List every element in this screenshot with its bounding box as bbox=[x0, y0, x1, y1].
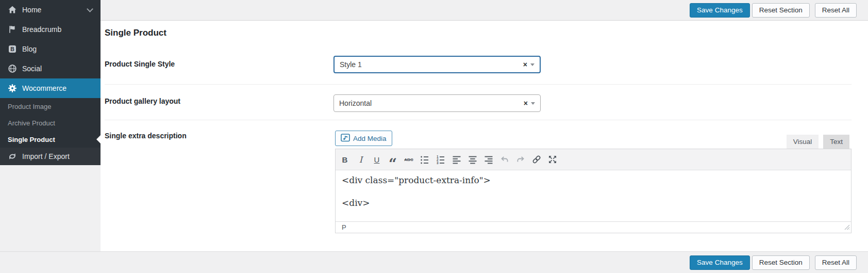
sidebar-item-label: Home bbox=[22, 6, 41, 14]
product-single-style-select[interactable]: Style 1 × bbox=[333, 56, 541, 73]
globe-icon bbox=[7, 63, 18, 74]
tab-text[interactable]: Text bbox=[823, 135, 849, 149]
field-label-single-extra-description: Single extra description bbox=[105, 132, 187, 140]
field-divider bbox=[105, 84, 852, 85]
editor-element-path: P bbox=[342, 223, 346, 231]
settings-panel: Single Product Product Single Style Styl… bbox=[101, 21, 868, 251]
align-left-button[interactable] bbox=[450, 153, 463, 166]
sidebar-item-label: Import / Export bbox=[22, 152, 70, 160]
editor-status-bar: P bbox=[336, 221, 851, 233]
page-title: Single Product bbox=[105, 28, 166, 38]
sidebar-item-import-export[interactable]: Import / Export bbox=[0, 148, 101, 165]
align-center-icon bbox=[468, 154, 478, 165]
blogger-icon: B bbox=[7, 44, 18, 54]
chevron-down-icon[interactable] bbox=[87, 6, 93, 12]
align-left-icon bbox=[452, 154, 462, 165]
sidebar-item-blog[interactable]: B Blog bbox=[0, 39, 101, 59]
editor-tabs: Visual Text bbox=[335, 134, 852, 149]
redo-icon bbox=[515, 154, 526, 165]
chevron-down-icon bbox=[530, 63, 535, 66]
align-center-button[interactable] bbox=[466, 153, 479, 166]
sidebar-item-label: Social bbox=[22, 65, 42, 73]
undo-icon bbox=[499, 154, 510, 165]
redo-button[interactable] bbox=[514, 153, 527, 166]
sidebar-item-woocommerce[interactable]: Wocommerce bbox=[0, 78, 101, 98]
bottom-action-bar: Save Changes Reset Section Reset All bbox=[0, 251, 868, 273]
editor-content-line: <div> bbox=[342, 198, 370, 208]
strikethrough-button[interactable]: ABC bbox=[403, 153, 415, 166]
editor-frame: B I U “ ABC 123 bbox=[335, 149, 852, 233]
sync-icon bbox=[7, 151, 18, 162]
clear-selection-icon[interactable]: × bbox=[520, 60, 530, 69]
insert-link-button[interactable] bbox=[530, 153, 543, 166]
reset-section-button[interactable]: Reset Section bbox=[752, 255, 810, 270]
sidebar-item-single-product[interactable]: Single Product bbox=[0, 131, 101, 148]
sidebar-item-label: Single Product bbox=[8, 136, 55, 143]
sidebar-item-breadcrumb[interactable]: Breadcrumb bbox=[0, 20, 101, 39]
sidebar-item-label: Product Image bbox=[8, 103, 52, 110]
reset-section-button[interactable]: Reset Section bbox=[752, 3, 810, 18]
underline-button[interactable]: U bbox=[371, 153, 383, 166]
align-right-icon bbox=[483, 154, 494, 165]
sidebar: Home Breadcrumb B Blog Social bbox=[0, 0, 101, 165]
sidebar-item-social[interactable]: Social bbox=[0, 59, 101, 78]
save-changes-button[interactable]: Save Changes bbox=[690, 255, 750, 270]
sidebar-item-archive-product[interactable]: Archive Product bbox=[0, 115, 101, 131]
theme-options-screen: Home Breadcrumb B Blog Social bbox=[0, 0, 868, 273]
wp-editor: Visual Text B I U “ ABC 123 bbox=[335, 134, 852, 233]
editor-content-area[interactable]: <div class="product-extra-info"> <div> bbox=[336, 170, 851, 221]
home-icon bbox=[7, 5, 18, 15]
flag-icon bbox=[7, 24, 18, 35]
select-value: Horizontal bbox=[339, 99, 372, 107]
svg-text:B: B bbox=[10, 46, 14, 52]
italic-button[interactable]: I bbox=[355, 153, 367, 166]
bulleted-list-icon bbox=[420, 154, 430, 165]
field-label-product-single-style: Product Single Style bbox=[105, 60, 175, 68]
blockquote-button[interactable]: “ bbox=[387, 153, 399, 166]
field-label-product-gallery-layout: Product gallery layout bbox=[105, 97, 180, 105]
align-right-button[interactable] bbox=[482, 153, 495, 166]
top-action-bar: Save Changes Reset Section Reset All bbox=[101, 0, 868, 21]
clear-selection-icon[interactable]: × bbox=[521, 99, 531, 107]
sidebar-item-product-image[interactable]: Product Image bbox=[0, 98, 101, 115]
chevron-down-icon bbox=[531, 102, 535, 105]
reset-all-button[interactable]: Reset All bbox=[815, 3, 857, 18]
sidebar-item-home[interactable]: Home bbox=[0, 0, 101, 20]
gear-icon bbox=[7, 83, 18, 93]
svg-text:3: 3 bbox=[437, 161, 439, 165]
sidebar-item-label: Wocommerce bbox=[22, 84, 66, 92]
link-icon bbox=[531, 154, 542, 165]
product-gallery-layout-select[interactable]: Horizontal × bbox=[333, 94, 541, 112]
tab-visual[interactable]: Visual bbox=[787, 135, 819, 149]
undo-button[interactable] bbox=[498, 153, 511, 166]
reset-all-button[interactable]: Reset All bbox=[815, 255, 857, 270]
select-value: Style 1 bbox=[340, 60, 362, 69]
field-divider bbox=[105, 120, 852, 120]
sidebar-item-label: Blog bbox=[22, 45, 37, 53]
numbered-list-icon: 123 bbox=[436, 154, 446, 165]
sidebar-item-label: Archive Product bbox=[8, 119, 55, 127]
save-changes-button[interactable]: Save Changes bbox=[690, 3, 750, 18]
resize-grip[interactable] bbox=[844, 224, 850, 232]
bold-button[interactable]: B bbox=[339, 153, 351, 166]
sidebar-item-label: Breadcrumb bbox=[22, 25, 61, 34]
numbered-list-button[interactable]: 123 bbox=[435, 153, 447, 166]
bulleted-list-button[interactable] bbox=[419, 153, 431, 166]
editor-toolbar: B I U “ ABC 123 bbox=[336, 149, 851, 170]
fullscreen-icon bbox=[547, 154, 558, 165]
fullscreen-button[interactable] bbox=[546, 153, 559, 166]
editor-content-line: <div class="product-extra-info"> bbox=[342, 175, 491, 185]
